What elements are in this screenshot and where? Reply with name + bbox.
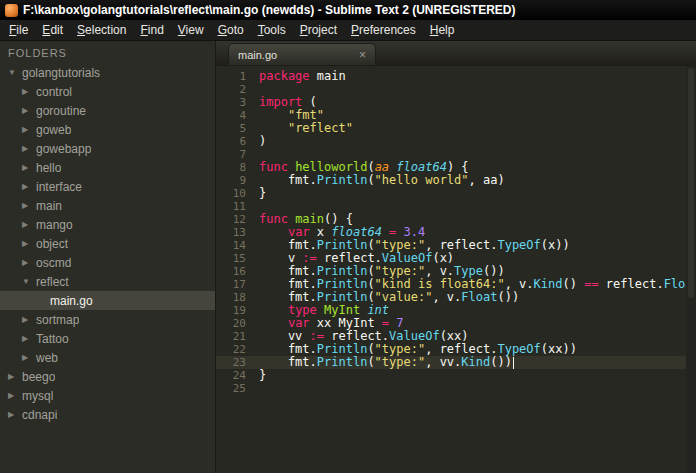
line-number: 20	[216, 317, 246, 330]
tree-item-main[interactable]: ▶main	[0, 196, 215, 215]
code-line-5[interactable]: 5 "reflect"	[216, 122, 696, 135]
tree-item-label: control	[36, 85, 72, 99]
tree-item-golangtutorials[interactable]: ▼golangtutorials	[0, 63, 215, 82]
tree-item-label: web	[36, 351, 58, 365]
tree-item-label: oscmd	[36, 256, 71, 270]
chevron-down-icon[interactable]: ▼	[8, 68, 22, 77]
menu-item-view[interactable]: View	[171, 21, 211, 39]
tree-item-cdnapi[interactable]: ▶cdnapi	[0, 405, 215, 424]
line-number: 13	[216, 226, 246, 239]
app-icon	[5, 4, 18, 17]
line-number: 24	[216, 369, 246, 382]
vertical-scrollbar[interactable]	[686, 66, 696, 473]
chevron-right-icon[interactable]: ▶	[22, 201, 36, 210]
tree-item-hello[interactable]: ▶hello	[0, 158, 215, 177]
chevron-right-icon[interactable]: ▶	[22, 334, 36, 343]
tree-item-control[interactable]: ▶control	[0, 82, 215, 101]
chevron-right-icon[interactable]: ▶	[22, 106, 36, 115]
tree-item-beego[interactable]: ▶beego	[0, 367, 215, 386]
tree-item-reflect[interactable]: ▼reflect	[0, 272, 215, 291]
tree-item-main-go[interactable]: main.go	[0, 291, 215, 310]
chevron-right-icon[interactable]: ▶	[22, 258, 36, 267]
tree-item-gowebapp[interactable]: ▶gowebapp	[0, 139, 215, 158]
tab-main-go[interactable]: main.go ×	[228, 43, 376, 65]
menu-item-preferences[interactable]: Preferences	[344, 21, 423, 39]
tree-item-label: interface	[36, 180, 82, 194]
tree-item-label: main.go	[50, 294, 93, 308]
chevron-right-icon[interactable]: ▶	[22, 87, 36, 96]
tree-item-label: sortmap	[36, 313, 79, 327]
window-title: F:\kanbox\golangtutorials\reflect\main.g…	[23, 3, 516, 17]
tree-item-sortmap[interactable]: ▶sortmap	[0, 310, 215, 329]
line-number: 1	[216, 70, 246, 83]
code-lines: 1package main23import (4 "fmt"5 "reflect…	[216, 70, 696, 395]
tree-item-goroutine[interactable]: ▶goroutine	[0, 101, 215, 120]
tree-item-label: main	[36, 199, 62, 213]
code-text: fmt.Println("hello world", aa)	[259, 174, 505, 187]
tree-item-goweb[interactable]: ▶goweb	[0, 120, 215, 139]
menu-item-selection[interactable]: Selection	[70, 21, 133, 39]
tree-item-interface[interactable]: ▶interface	[0, 177, 215, 196]
title-bar[interactable]: F:\kanbox\golangtutorials\reflect\main.g…	[0, 0, 696, 20]
tab-bar: main.go ×	[216, 41, 696, 66]
folders-header: FOLDERS	[0, 41, 215, 63]
line-number: 17	[216, 278, 246, 291]
line-number: 7	[216, 148, 246, 161]
tree-item-label: Tattoo	[36, 332, 69, 346]
code-line-24[interactable]: 24}	[216, 369, 696, 382]
close-icon[interactable]: ×	[359, 49, 366, 61]
chevron-right-icon[interactable]: ▶	[22, 125, 36, 134]
tree-item-mysql[interactable]: ▶mysql	[0, 386, 215, 405]
menu-item-project[interactable]: Project	[293, 21, 344, 39]
line-number: 11	[216, 200, 246, 213]
line-number: 2	[216, 83, 246, 96]
tab-label: main.go	[238, 49, 277, 61]
tree-item-web[interactable]: ▶web	[0, 348, 215, 367]
sidebar: FOLDERS ▼golangtutorials▶control▶gorouti…	[0, 41, 216, 473]
line-number: 8	[216, 161, 246, 174]
tree-item-label: goroutine	[36, 104, 86, 118]
code-text: package main	[259, 70, 346, 83]
line-number: 6	[216, 135, 246, 148]
chevron-right-icon[interactable]: ▶	[8, 372, 22, 381]
tree-item-oscmd[interactable]: ▶oscmd	[0, 253, 215, 272]
chevron-right-icon[interactable]: ▶	[22, 353, 36, 362]
chevron-right-icon[interactable]: ▶	[22, 239, 36, 248]
menu-item-goto[interactable]: Goto	[211, 21, 251, 39]
code-area[interactable]: 1package main23import (4 "fmt"5 "reflect…	[216, 66, 696, 473]
tree-item-label: golangtutorials	[22, 66, 100, 80]
menu-item-tools[interactable]: Tools	[251, 21, 293, 39]
chevron-right-icon[interactable]: ▶	[22, 315, 36, 324]
tree-item-label: beego	[22, 370, 55, 384]
code-line-6[interactable]: 6)	[216, 135, 696, 148]
menu-item-file[interactable]: File	[2, 21, 35, 39]
menu-item-find[interactable]: Find	[133, 21, 170, 39]
line-number: 4	[216, 109, 246, 122]
chevron-down-icon[interactable]: ▼	[22, 277, 36, 286]
line-number: 18	[216, 291, 246, 304]
menu-item-help[interactable]: Help	[423, 21, 462, 39]
code-line-10[interactable]: 10}	[216, 187, 696, 200]
chevron-right-icon[interactable]: ▶	[22, 163, 36, 172]
tree-item-mango[interactable]: ▶mango	[0, 215, 215, 234]
line-number: 10	[216, 187, 246, 200]
tree-item-tattoo[interactable]: ▶Tattoo	[0, 329, 215, 348]
code-text: )	[259, 135, 266, 148]
code-line-23[interactable]: 23 fmt.Println("type:", vv.Kind())	[216, 356, 696, 369]
code-line-9[interactable]: 9 fmt.Println("hello world", aa)	[216, 174, 696, 187]
code-text: }	[259, 369, 266, 382]
chevron-right-icon[interactable]: ▶	[8, 391, 22, 400]
scrollbar-thumb[interactable]	[688, 68, 694, 298]
line-number: 15	[216, 252, 246, 265]
chevron-right-icon[interactable]: ▶	[22, 220, 36, 229]
tree-item-object[interactable]: ▶object	[0, 234, 215, 253]
menu-bar: FileEditSelectionFindViewGotoToolsProjec…	[0, 20, 696, 41]
chevron-right-icon[interactable]: ▶	[22, 182, 36, 191]
menu-item-edit[interactable]: Edit	[35, 21, 70, 39]
code-line-25[interactable]: 25	[216, 382, 696, 395]
chevron-right-icon[interactable]: ▶	[8, 410, 22, 419]
chevron-right-icon[interactable]: ▶	[22, 144, 36, 153]
tree-item-label: gowebapp	[36, 142, 91, 156]
code-line-1[interactable]: 1package main	[216, 70, 696, 83]
line-number: 5	[216, 122, 246, 135]
